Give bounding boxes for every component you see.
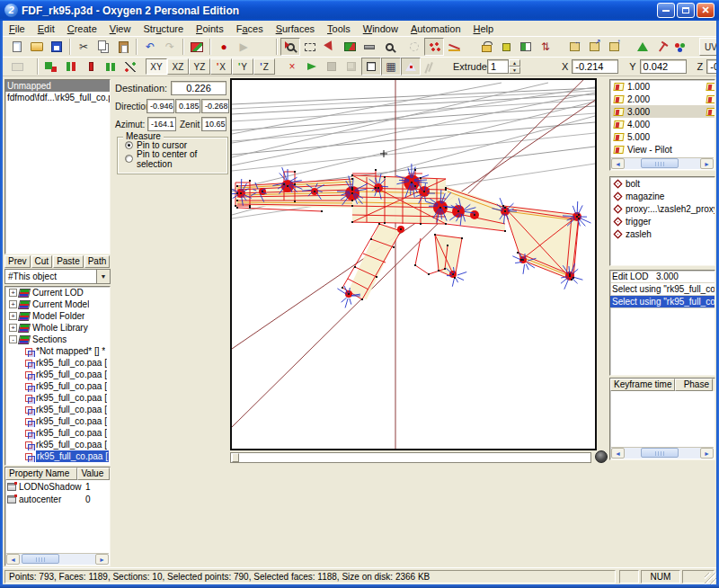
magnifier-button[interactable]: [379, 38, 399, 56]
plane-button-xz[interactable]: XZ: [167, 58, 189, 75]
lod-item[interactable]: 4.000: [610, 118, 715, 130]
tree-item[interactable]: *Not mapped* [] *: [5, 345, 110, 357]
scroll-left-button[interactable]: ◄: [611, 158, 625, 169]
point-bars-button[interactable]: [61, 58, 81, 76]
lod-item[interactable]: 1.000: [610, 80, 715, 93]
menu-points[interactable]: Points: [190, 22, 230, 35]
keyframe-table-scrollbar[interactable]: ◄►: [611, 447, 714, 459]
poly-select-button[interactable]: [340, 38, 360, 56]
direction-z-field[interactable]: -0.268: [201, 99, 229, 113]
zenit-field[interactable]: 10.65: [201, 117, 226, 131]
menu-file[interactable]: File: [3, 22, 31, 35]
lasso-select-button[interactable]: [300, 38, 320, 56]
tree-item[interactable]: -Sections: [5, 334, 110, 345]
spin-up-button[interactable]: [509, 59, 520, 67]
shade-box-button[interactable]: [342, 58, 361, 76]
azimut-field[interactable]: -164.1: [147, 117, 176, 131]
property-row[interactable]: LODNoShadow1: [5, 480, 110, 493]
scroll-thumb[interactable]: [22, 554, 59, 564]
keyframe-column-header[interactable]: Phase: [675, 379, 713, 391]
pin-points-button[interactable]: [302, 58, 322, 76]
tree-item[interactable]: +Current Model: [5, 298, 110, 310]
pin-to-center-option[interactable]: Pin to center of selection: [125, 153, 227, 165]
delete-points-button[interactable]: ×: [282, 58, 302, 76]
flip-arrows-button[interactable]: ⇅: [536, 38, 555, 56]
tree-expander-icon[interactable]: -: [9, 335, 17, 343]
triangle-info-button[interactable]: [633, 38, 652, 56]
plane-button-x[interactable]: 'X: [210, 58, 232, 75]
viewport-slider-thumb[interactable]: [232, 453, 239, 462]
maximize-button[interactable]: [677, 3, 695, 18]
tree-item[interactable]: rk95_full_co.paa [: [5, 450, 110, 462]
scroll-track[interactable]: [20, 554, 95, 565]
tree-item[interactable]: rk95_full_co.paa [: [5, 415, 110, 427]
point-toggle-red-button[interactable]: [41, 58, 61, 76]
selection-item[interactable]: zasleh: [610, 227, 715, 240]
plane-button-y[interactable]: 'Y: [232, 58, 253, 75]
scroll-right-button[interactable]: ►: [700, 158, 714, 169]
grid-toggle-button[interactable]: ▦: [381, 58, 401, 76]
tree-item[interactable]: rk95_full_co.paa [: [5, 392, 110, 404]
run-anim-button[interactable]: [421, 58, 440, 76]
projection-box-button[interactable]: [7, 58, 27, 76]
minimize-button[interactable]: [657, 3, 675, 18]
box-move-y-button[interactable]: [584, 38, 604, 56]
nav-button-path[interactable]: Path: [84, 255, 111, 268]
lod-item[interactable]: 2.000: [610, 93, 715, 105]
direction-y-field[interactable]: 0.185: [175, 99, 200, 113]
texture-list-item[interactable]: fdfmod\fdf...\rk95_full_co.paa: [5, 92, 110, 103]
plane-button-yz[interactable]: YZ: [189, 58, 210, 75]
vertex-cloud-button[interactable]: [424, 38, 444, 56]
scroll-track[interactable]: [625, 448, 700, 459]
chevron-down-icon[interactable]: [96, 270, 110, 283]
split-face-button[interactable]: [516, 38, 536, 56]
coord-x-field[interactable]: -0.214: [572, 59, 618, 74]
close-button[interactable]: ✕: [697, 3, 715, 18]
scope-combobox[interactable]: #This object: [4, 269, 111, 284]
measure-pointer-button[interactable]: [652, 38, 672, 56]
history-item[interactable]: Select using "rk95_full_co.paa: [610, 283, 715, 296]
scroll-track[interactable]: [625, 158, 700, 169]
save-button[interactable]: [47, 38, 67, 56]
title-bar[interactable]: 2 FDF_rk95.p3d - Oxygen 2 Personal Editi…: [0, 0, 719, 21]
keyframe-column-header[interactable]: Keyframe time: [610, 379, 675, 391]
extrude-spinner[interactable]: 1: [487, 59, 520, 74]
rgb-balls-button[interactable]: [672, 38, 692, 56]
viewport-3d[interactable]: [230, 78, 597, 450]
lod-list-scrollbar[interactable]: ◄►: [611, 157, 714, 169]
keyframe-table[interactable]: Keyframe timePhase ◄►: [609, 378, 715, 460]
menu-window[interactable]: Window: [357, 22, 404, 35]
menu-create[interactable]: Create: [61, 22, 103, 35]
viewport-knob[interactable]: [595, 450, 608, 463]
paste-button[interactable]: [113, 38, 133, 56]
redo-button[interactable]: ↷: [160, 38, 180, 56]
destination-field[interactable]: 0.226: [171, 81, 226, 95]
tree-item[interactable]: +Model Folder: [5, 310, 110, 322]
nav-button-cut[interactable]: Cut: [31, 255, 53, 268]
tree-item[interactable]: +Current LOD: [5, 287, 110, 298]
plane-button-z[interactable]: 'Z: [253, 58, 275, 75]
face-square-button[interactable]: [496, 38, 516, 56]
texture-image-button[interactable]: [187, 38, 207, 56]
fill-box-button[interactable]: [322, 58, 342, 76]
tree-item[interactable]: rk95_full_co.paa [: [5, 427, 110, 439]
tree-item[interactable]: rk95_full_co.paa [: [5, 357, 110, 369]
zoom-select-button[interactable]: [280, 38, 300, 56]
scroll-right-button[interactable]: ►: [700, 448, 714, 459]
tree-expander-icon[interactable]: +: [9, 324, 17, 332]
tree-expander-icon[interactable]: +: [9, 312, 17, 320]
extrude-value-field[interactable]: 1: [487, 59, 509, 74]
box-move-z-button[interactable]: [604, 38, 624, 56]
lod-item[interactable]: View - Pilot: [610, 143, 715, 156]
history-item[interactable]: Edit LOD 3.000: [610, 271, 715, 283]
texture-list[interactable]: Unmappedfdfmod\fdf...\rk95_full_co.paa: [4, 79, 111, 254]
menu-help[interactable]: Help: [467, 22, 501, 35]
lod-list[interactable]: 1.0002.0003.0004.0005.000View - Pilot ◄►: [609, 79, 715, 171]
undo-button[interactable]: ↶: [140, 38, 160, 56]
property-grid-scrollbar[interactable]: ◄►: [6, 553, 109, 565]
tree-item[interactable]: rk95_full_co.paa [: [5, 404, 110, 415]
menu-automation[interactable]: Automation: [404, 22, 467, 35]
copy-button[interactable]: [93, 38, 113, 56]
property-grid-column-header[interactable]: Property Name: [5, 468, 77, 480]
texture-list-item[interactable]: Unmapped: [5, 80, 110, 92]
